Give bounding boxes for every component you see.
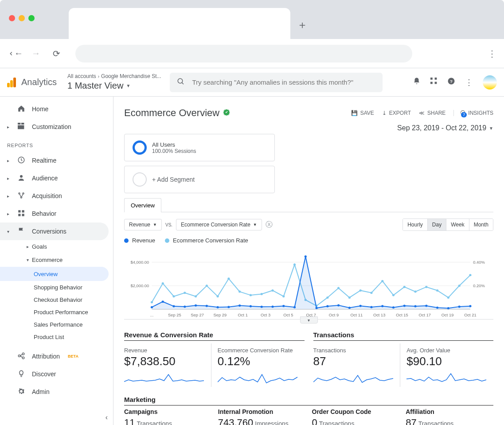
nav-label: Customization <box>32 123 71 130</box>
svg-rect-5 <box>435 82 437 84</box>
save-icon: 💾 <box>351 110 358 116</box>
nav-conversions[interactable]: ▾ Conversions <box>0 222 109 240</box>
nav-home[interactable]: Home <box>0 100 113 118</box>
svg-point-80 <box>359 305 362 307</box>
svg-point-35 <box>206 285 208 287</box>
window-controls <box>9 15 35 21</box>
svg-point-82 <box>381 305 383 307</box>
nav-ecommerce[interactable]: ▾Ecommerce <box>27 253 63 266</box>
svg-text:Sep 27: Sep 27 <box>191 313 204 317</box>
nav-attribution[interactable]: Attribution BETA <box>0 347 113 365</box>
nav-product-list[interactable]: Product List <box>34 331 113 343</box>
svg-point-73 <box>282 305 285 307</box>
secondary-metric-dropdown[interactable]: Ecommerce Conversion Rate▼ <box>176 219 262 230</box>
period-hourly[interactable]: Hourly <box>403 219 428 230</box>
svg-rect-10 <box>18 125 24 129</box>
new-tab-button[interactable]: ＋ <box>297 18 308 32</box>
search-input[interactable] <box>192 78 375 86</box>
svg-point-42 <box>282 295 285 297</box>
add-segment-button[interactable]: + Add Segment <box>124 166 275 193</box>
overview-tab[interactable]: Overview <box>124 198 161 212</box>
nav-goals[interactable]: ▸Goals <box>27 240 113 253</box>
svg-point-13 <box>19 193 20 194</box>
svg-point-48 <box>348 296 351 299</box>
window-maximize-button[interactable] <box>28 15 35 21</box>
collapse-sidebar-button[interactable]: ‹ <box>105 413 108 421</box>
period-week[interactable]: Week <box>446 219 469 230</box>
forward-button[interactable]: → <box>28 46 43 61</box>
address-bar[interactable] <box>75 45 412 62</box>
help-icon[interactable]: ? <box>447 77 455 87</box>
primary-metric-dropdown[interactable]: Revenue▼ <box>124 219 162 230</box>
save-button[interactable]: 💾SAVE <box>351 110 374 116</box>
sparkline-aov <box>406 371 487 384</box>
nav-label: Realtime <box>32 157 56 164</box>
svg-point-69 <box>238 304 241 307</box>
segment-all-users[interactable]: All Users 100.00% Sessions <box>124 134 275 161</box>
svg-point-32 <box>172 295 175 297</box>
svg-point-51 <box>381 280 383 282</box>
period-month[interactable]: Month <box>469 219 493 230</box>
svg-point-54 <box>414 291 416 293</box>
mkt-order-coupon: Order Coupon Code 0Transactions $0.00Rev… <box>306 408 400 425</box>
svg-rect-4 <box>430 82 433 84</box>
nav-shopping-behavior[interactable]: Shopping Behavior <box>34 281 113 293</box>
date-range-selector[interactable]: Sep 23, 2019 - Oct 22, 2019▼ <box>124 124 493 132</box>
nav-acquisition[interactable]: ▸ Acquisition <box>0 187 113 205</box>
app-header: Analytics All accounts›Google Merchandis… <box>0 68 504 97</box>
settings-menu-icon[interactable]: ⋮ <box>465 78 473 87</box>
segment-name: All Users <box>152 141 196 148</box>
nav-checkout-behavior[interactable]: Checkout Behavior <box>34 293 113 306</box>
nav-label: Acquisition <box>32 192 62 199</box>
svg-text:0.40%: 0.40% <box>473 260 485 265</box>
svg-text:Oct 1: Oct 1 <box>238 313 248 317</box>
chart-legend: Revenue Ecommerce Conversion Rate <box>124 237 493 244</box>
nav-discover[interactable]: Discover <box>0 365 113 383</box>
svg-point-75 <box>305 255 307 257</box>
view-selector[interactable]: All accounts›Google Merchandise St... 1 … <box>67 73 161 92</box>
behavior-icon <box>17 209 26 218</box>
period-day[interactable]: Day <box>428 219 446 230</box>
nav-realtime[interactable]: ▸ Realtime <box>0 152 113 169</box>
svg-point-77 <box>326 305 328 308</box>
svg-point-0 <box>178 78 183 83</box>
nav-product-performance[interactable]: Product Performance <box>34 306 113 318</box>
nav-customization[interactable]: ▸ Customization <box>0 118 113 136</box>
nav-audience[interactable]: ▸ Audience <box>0 169 113 187</box>
search-bar[interactable] <box>170 73 383 92</box>
svg-text:Oct 13: Oct 13 <box>373 313 386 317</box>
nav-label: Discover <box>32 370 56 378</box>
window-minimize-button[interactable] <box>19 15 25 21</box>
main-content: Ecommerce Overview 💾SAVE ⤓EXPORT ≪SHARE … <box>113 97 504 425</box>
left-nav: Home ▸ Customization REPORTS ▸ Realtime … <box>0 97 113 425</box>
svg-point-87 <box>436 307 438 309</box>
clock-icon <box>17 156 26 165</box>
svg-point-12 <box>20 175 23 178</box>
nav-admin[interactable]: Admin <box>0 383 113 401</box>
view-name: 1 Master View▼ <box>67 80 161 91</box>
export-button[interactable]: ⤓EXPORT <box>382 110 411 116</box>
insights-icon: ⦿ <box>460 110 465 116</box>
nav-sales-performance[interactable]: Sales Performance <box>34 318 113 331</box>
nav-label: Behavior <box>32 210 56 217</box>
insights-button[interactable]: ⦿INSIGHTS <box>453 110 493 116</box>
apps-icon[interactable] <box>430 78 438 87</box>
svg-point-53 <box>403 286 406 288</box>
svg-point-85 <box>414 305 416 308</box>
nav-behavior[interactable]: ▸ Behavior <box>0 205 113 222</box>
window-close-button[interactable] <box>9 15 15 21</box>
nav-ecommerce-overview[interactable]: Overview <box>0 267 109 281</box>
back-button[interactable]: ← <box>8 46 23 61</box>
mkt-affiliation: Affiliation 87Transactions $7,838.50Reve… <box>399 408 493 425</box>
browser-tab-active[interactable] <box>69 8 290 39</box>
user-avatar[interactable] <box>483 75 497 90</box>
browser-menu-button[interactable]: ⋮ <box>485 48 499 59</box>
reload-button[interactable]: ⟳ <box>49 46 64 61</box>
svg-point-61 <box>151 306 153 308</box>
chart-handle[interactable]: ▾ <box>300 316 318 324</box>
svg-rect-17 <box>22 210 24 212</box>
search-icon <box>177 78 185 87</box>
clear-metric-button[interactable]: ⓧ <box>266 220 273 230</box>
share-button[interactable]: ≪SHARE <box>419 110 445 116</box>
notifications-icon[interactable] <box>413 77 421 87</box>
